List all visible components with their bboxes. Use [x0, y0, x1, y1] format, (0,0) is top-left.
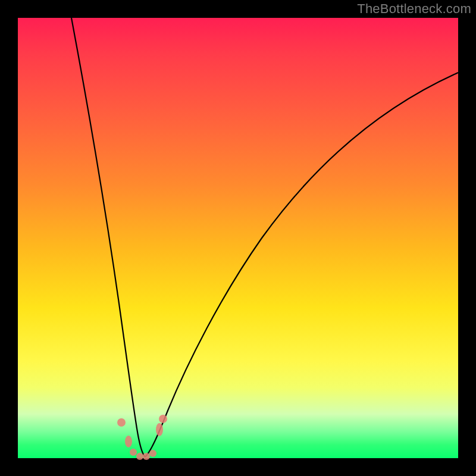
- curve-right-branch: [145, 73, 458, 457]
- plot-area: [18, 18, 458, 458]
- data-marker: [125, 436, 132, 447]
- data-marker: [156, 423, 163, 436]
- watermark-text: TheBottleneck.com: [357, 1, 471, 17]
- data-marker: [159, 415, 167, 423]
- bottleneck-curve: [18, 18, 458, 458]
- chart-frame: TheBottleneck.com: [0, 0, 476, 476]
- data-marker: [143, 453, 150, 460]
- data-marker: [136, 453, 143, 460]
- data-marker: [117, 418, 126, 427]
- data-marker: [130, 449, 137, 456]
- data-marker: [149, 450, 156, 457]
- curve-left-branch: [71, 18, 145, 457]
